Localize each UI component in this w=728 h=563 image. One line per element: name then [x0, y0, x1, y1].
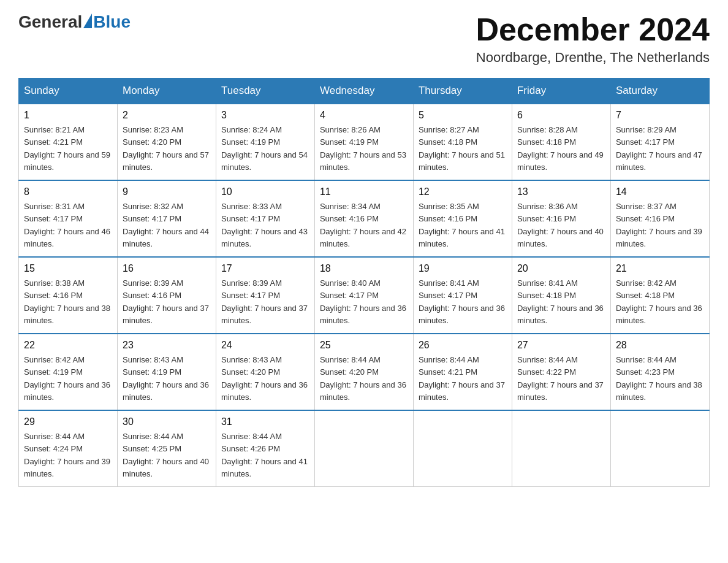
day-info: Sunrise: 8:44 AMSunset: 4:24 PMDaylight:… [24, 432, 110, 478]
table-row: 21 Sunrise: 8:42 AMSunset: 4:18 PMDaylig… [610, 257, 709, 334]
table-row: 3 Sunrise: 8:24 AMSunset: 4:19 PMDayligh… [216, 104, 314, 180]
table-row: 7 Sunrise: 8:29 AMSunset: 4:17 PMDayligh… [610, 104, 709, 180]
day-number: 22 [24, 338, 112, 353]
page-header: General Blue December 2024 Noordbarge, D… [18, 12, 710, 66]
day-info: Sunrise: 8:39 AMSunset: 4:16 PMDaylight:… [123, 278, 209, 325]
location-subtitle: Noordbarge, Drenthe, The Netherlands [476, 50, 710, 66]
day-number: 9 [123, 185, 211, 199]
table-row: 1 Sunrise: 8:21 AMSunset: 4:21 PMDayligh… [19, 104, 118, 180]
day-info: Sunrise: 8:24 AMSunset: 4:19 PMDaylight:… [221, 125, 308, 172]
day-info: Sunrise: 8:31 AMSunset: 4:17 PMDaylight:… [24, 202, 110, 248]
table-row [314, 410, 413, 487]
day-number: 21 [616, 261, 704, 276]
day-number: 25 [320, 338, 408, 353]
table-row: 16 Sunrise: 8:39 AMSunset: 4:16 PMDaylig… [117, 257, 216, 334]
day-info: Sunrise: 8:37 AMSunset: 4:16 PMDaylight:… [616, 202, 702, 248]
table-row: 23 Sunrise: 8:43 AMSunset: 4:19 PMDaylig… [117, 334, 216, 410]
day-number: 27 [517, 338, 605, 353]
logo-blue-text: Blue [93, 12, 131, 32]
day-info: Sunrise: 8:21 AMSunset: 4:21 PMDaylight:… [24, 125, 110, 172]
table-row: 4 Sunrise: 8:26 AMSunset: 4:19 PMDayligh… [314, 104, 413, 180]
day-number: 14 [616, 185, 704, 199]
title-area: December 2024 Noordbarge, Drenthe, The N… [476, 12, 710, 66]
day-number: 28 [616, 338, 704, 353]
day-number: 13 [517, 185, 605, 199]
col-saturday: Saturday [610, 79, 709, 104]
week-row: 15 Sunrise: 8:38 AMSunset: 4:16 PMDaylig… [19, 257, 710, 334]
day-info: Sunrise: 8:43 AMSunset: 4:19 PMDaylight:… [123, 355, 209, 402]
day-number: 7 [616, 108, 704, 123]
day-number: 3 [221, 108, 309, 123]
table-row: 2 Sunrise: 8:23 AMSunset: 4:20 PMDayligh… [117, 104, 216, 180]
table-row: 17 Sunrise: 8:39 AMSunset: 4:17 PMDaylig… [216, 257, 314, 334]
col-sunday: Sunday [19, 79, 118, 104]
day-info: Sunrise: 8:35 AMSunset: 4:16 PMDaylight:… [419, 202, 505, 248]
day-info: Sunrise: 8:44 AMSunset: 4:23 PMDaylight:… [616, 355, 702, 402]
day-info: Sunrise: 8:38 AMSunset: 4:16 PMDaylight:… [24, 278, 110, 325]
day-info: Sunrise: 8:42 AMSunset: 4:19 PMDaylight:… [24, 355, 110, 402]
week-row: 1 Sunrise: 8:21 AMSunset: 4:21 PMDayligh… [19, 104, 710, 180]
day-info: Sunrise: 8:44 AMSunset: 4:26 PMDaylight:… [221, 432, 308, 478]
day-info: Sunrise: 8:39 AMSunset: 4:17 PMDaylight:… [221, 278, 308, 325]
table-row: 11 Sunrise: 8:34 AMSunset: 4:16 PMDaylig… [314, 180, 413, 257]
week-row: 22 Sunrise: 8:42 AMSunset: 4:19 PMDaylig… [19, 334, 710, 410]
day-number: 30 [123, 415, 211, 429]
day-info: Sunrise: 8:44 AMSunset: 4:25 PMDaylight:… [123, 432, 209, 478]
day-info: Sunrise: 8:28 AMSunset: 4:18 PMDaylight:… [517, 125, 604, 172]
day-info: Sunrise: 8:27 AMSunset: 4:18 PMDaylight:… [419, 125, 505, 172]
day-info: Sunrise: 8:34 AMSunset: 4:16 PMDaylight:… [320, 202, 406, 248]
table-row: 28 Sunrise: 8:44 AMSunset: 4:23 PMDaylig… [610, 334, 709, 410]
day-info: Sunrise: 8:44 AMSunset: 4:20 PMDaylight:… [320, 355, 406, 402]
day-number: 8 [24, 185, 112, 199]
day-info: Sunrise: 8:26 AMSunset: 4:19 PMDaylight:… [320, 125, 406, 172]
week-row: 8 Sunrise: 8:31 AMSunset: 4:17 PMDayligh… [19, 180, 710, 257]
table-row: 30 Sunrise: 8:44 AMSunset: 4:25 PMDaylig… [117, 410, 216, 487]
table-row: 14 Sunrise: 8:37 AMSunset: 4:16 PMDaylig… [610, 180, 709, 257]
col-thursday: Thursday [413, 79, 512, 104]
day-info: Sunrise: 8:33 AMSunset: 4:17 PMDaylight:… [221, 202, 308, 248]
table-row: 8 Sunrise: 8:31 AMSunset: 4:17 PMDayligh… [19, 180, 118, 257]
day-number: 5 [419, 108, 507, 123]
table-row: 25 Sunrise: 8:44 AMSunset: 4:20 PMDaylig… [314, 334, 413, 410]
day-info: Sunrise: 8:44 AMSunset: 4:22 PMDaylight:… [517, 355, 604, 402]
table-row: 19 Sunrise: 8:41 AMSunset: 4:17 PMDaylig… [413, 257, 512, 334]
day-number: 26 [419, 338, 507, 353]
table-row: 31 Sunrise: 8:44 AMSunset: 4:26 PMDaylig… [216, 410, 314, 487]
logo: General Blue [18, 12, 131, 32]
day-number: 31 [221, 415, 309, 429]
table-row: 12 Sunrise: 8:35 AMSunset: 4:16 PMDaylig… [413, 180, 512, 257]
day-number: 29 [24, 415, 112, 429]
table-row: 29 Sunrise: 8:44 AMSunset: 4:24 PMDaylig… [19, 410, 118, 487]
col-friday: Friday [512, 79, 610, 104]
day-number: 15 [24, 261, 112, 276]
day-info: Sunrise: 8:23 AMSunset: 4:20 PMDaylight:… [123, 125, 209, 172]
table-row: 15 Sunrise: 8:38 AMSunset: 4:16 PMDaylig… [19, 257, 118, 334]
day-number: 1 [24, 108, 112, 123]
day-info: Sunrise: 8:40 AMSunset: 4:17 PMDaylight:… [320, 278, 406, 325]
day-number: 20 [517, 261, 605, 276]
logo-general-text: General [18, 12, 82, 32]
day-number: 24 [221, 338, 309, 353]
day-number: 4 [320, 108, 408, 123]
table-row: 27 Sunrise: 8:44 AMSunset: 4:22 PMDaylig… [512, 334, 610, 410]
day-number: 10 [221, 185, 309, 199]
col-wednesday: Wednesday [314, 79, 413, 104]
week-row: 29 Sunrise: 8:44 AMSunset: 4:24 PMDaylig… [19, 410, 710, 487]
day-info: Sunrise: 8:41 AMSunset: 4:17 PMDaylight:… [419, 278, 505, 325]
calendar-header-row: Sunday Monday Tuesday Wednesday Thursday… [19, 79, 710, 104]
day-info: Sunrise: 8:29 AMSunset: 4:17 PMDaylight:… [616, 125, 702, 172]
day-info: Sunrise: 8:44 AMSunset: 4:21 PMDaylight:… [419, 355, 505, 402]
month-title: December 2024 [476, 12, 710, 47]
table-row: 24 Sunrise: 8:43 AMSunset: 4:20 PMDaylig… [216, 334, 314, 410]
table-row: 18 Sunrise: 8:40 AMSunset: 4:17 PMDaylig… [314, 257, 413, 334]
table-row: 6 Sunrise: 8:28 AMSunset: 4:18 PMDayligh… [512, 104, 610, 180]
table-row: 9 Sunrise: 8:32 AMSunset: 4:17 PMDayligh… [117, 180, 216, 257]
table-row: 10 Sunrise: 8:33 AMSunset: 4:17 PMDaylig… [216, 180, 314, 257]
day-number: 11 [320, 185, 408, 199]
table-row [413, 410, 512, 487]
day-number: 19 [419, 261, 507, 276]
col-monday: Monday [117, 79, 216, 104]
day-info: Sunrise: 8:36 AMSunset: 4:16 PMDaylight:… [517, 202, 604, 248]
table-row [610, 410, 709, 487]
day-number: 12 [419, 185, 507, 199]
